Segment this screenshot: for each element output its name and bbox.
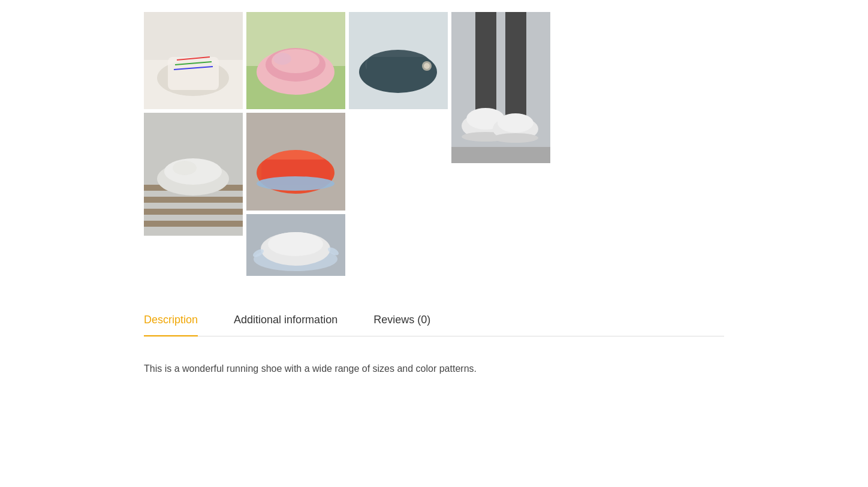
svg-rect-47 — [451, 147, 550, 163]
svg-rect-39 — [475, 12, 496, 120]
tabs-navigation: Description Additional information Revie… — [144, 314, 724, 336]
svg-point-46 — [493, 133, 538, 143]
gallery-col-right — [246, 113, 347, 278]
svg-point-45 — [498, 113, 534, 133]
svg-rect-23 — [144, 221, 243, 227]
gallery-row-1 — [144, 12, 450, 111]
svg-rect-22 — [144, 209, 243, 215]
svg-rect-16 — [367, 57, 430, 81]
description-text: This is a wonderful running shoe with a … — [144, 360, 683, 377]
svg-point-26 — [173, 161, 197, 175]
svg-point-12 — [273, 53, 291, 65]
gallery-image-7[interactable] — [246, 214, 345, 276]
gallery-image-5[interactable] — [144, 113, 243, 236]
gallery-image-6[interactable] — [246, 113, 345, 211]
svg-rect-21 — [144, 197, 243, 203]
product-tabs-section: Description Additional information Revie… — [144, 314, 724, 377]
tab-reviews[interactable]: Reviews (0) — [373, 314, 430, 336]
gallery-row-2 — [144, 113, 450, 278]
gallery-image-1[interactable] — [144, 12, 243, 109]
page-container: Description Additional information Revie… — [0, 0, 868, 389]
gallery-image-2[interactable] — [246, 12, 345, 109]
svg-point-35 — [268, 232, 323, 256]
svg-point-18 — [424, 63, 430, 69]
svg-point-31 — [257, 176, 334, 191]
gallery-image-3[interactable] — [349, 12, 448, 109]
svg-rect-40 — [505, 12, 526, 120]
tab-description[interactable]: Description — [144, 314, 198, 336]
product-gallery — [144, 12, 724, 278]
gallery-top-row — [144, 12, 724, 278]
tab-additional-information[interactable]: Additional information — [234, 314, 337, 336]
gallery-left-group — [144, 12, 450, 278]
tab-description-content: This is a wonderful running shoe with a … — [144, 360, 683, 377]
gallery-image-4[interactable] — [451, 12, 550, 163]
